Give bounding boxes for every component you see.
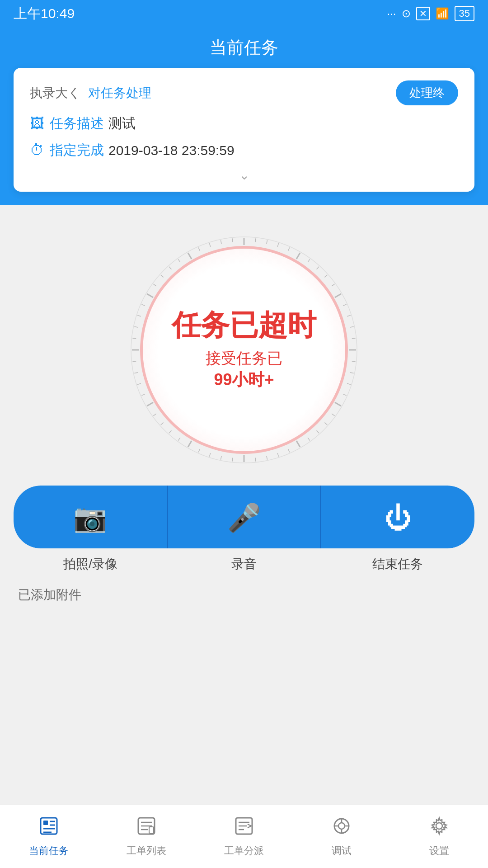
description-icon: 🖼: [30, 115, 44, 132]
nav-work-dispatch-label: 工单分派: [224, 844, 264, 858]
nav-debug-label: 调试: [332, 844, 352, 858]
svg-line-24: [308, 438, 310, 440]
clock-sub-hours: 99小时+: [214, 369, 274, 391]
svg-line-14: [352, 338, 356, 339]
gps-icon: ⊙: [402, 7, 411, 20]
battery-icon: 35: [455, 6, 474, 21]
page-header: 当前任务: [0, 27, 488, 68]
task-description-row: 🖼 任务描述 测试: [30, 114, 458, 133]
svg-line-44: [132, 361, 136, 362]
description-value: 测试: [108, 114, 136, 133]
nav-current-task-icon: [39, 816, 59, 840]
svg-line-20: [335, 402, 341, 406]
svg-line-57: [209, 243, 210, 247]
power-icon: ⏻: [385, 502, 412, 533]
deadline-label: 指定完成: [50, 141, 104, 160]
clock-outer: 任务已超时 接受任务已 99小时+: [127, 232, 361, 467]
svg-line-35: [188, 441, 192, 447]
end-task-button[interactable]: ⏻: [320, 486, 474, 548]
mic-button[interactable]: 🎤: [167, 486, 321, 548]
nav-settings-label: 设置: [429, 844, 449, 858]
nav-item-work-dispatch[interactable]: 工单分派: [195, 805, 293, 868]
sim-icon: ✕: [416, 7, 430, 20]
svg-line-50: [147, 294, 153, 297]
svg-line-11: [343, 304, 346, 306]
svg-line-56: [198, 247, 200, 250]
svg-line-32: [221, 456, 221, 460]
status-bar: 上午10:49 ··· ⊙ ✕ 📶 35: [0, 0, 488, 27]
svg-point-77: [338, 823, 345, 829]
clock-main-text: 任务已超时: [172, 309, 316, 342]
deadline-icon: ⏱: [30, 142, 44, 159]
description-label: 任务描述: [50, 114, 104, 133]
svg-line-46: [132, 338, 136, 339]
svg-line-40: [147, 402, 153, 406]
svg-line-39: [153, 414, 156, 416]
mic-label: 录音: [167, 556, 321, 573]
svg-line-52: [161, 275, 164, 277]
svg-line-21: [332, 414, 334, 416]
svg-line-33: [209, 453, 210, 457]
wifi-icon: 📶: [436, 7, 449, 20]
nav-debug-icon: [332, 816, 352, 840]
svg-line-12: [347, 315, 351, 316]
svg-line-23: [317, 430, 319, 433]
page-title: 当前任务: [210, 36, 278, 59]
svg-line-22: [324, 423, 327, 425]
task-card: 执录大く 对任务处理 处理终 🖼 任务描述 测试 ⏱ 指定完成 2019-03-…: [14, 68, 474, 192]
svg-line-29: [255, 458, 256, 462]
status-icons: ··· ⊙ ✕ 📶 35: [387, 6, 475, 21]
camera-label: 拍照/录像: [14, 556, 167, 573]
svg-line-9: [332, 284, 334, 286]
action-btn-group: 📷 🎤 ⏻: [14, 486, 474, 548]
nav-item-debug[interactable]: 调试: [293, 805, 390, 868]
svg-line-7: [317, 267, 319, 269]
svg-line-13: [350, 326, 354, 327]
svg-line-18: [347, 383, 351, 384]
task-card-top: 执录大く 对任务处理 处理终: [30, 80, 458, 105]
svg-line-8: [324, 275, 327, 277]
svg-line-49: [141, 304, 145, 306]
svg-line-59: [232, 238, 233, 242]
svg-line-16: [352, 361, 356, 362]
task-handle-button[interactable]: 处理终: [396, 80, 458, 105]
svg-rect-71: [149, 827, 154, 833]
svg-line-17: [350, 373, 354, 373]
nav-item-current-task[interactable]: 当前任务: [0, 805, 98, 868]
task-card-highlight: 对任务处理: [88, 86, 151, 100]
camera-button[interactable]: 📷: [14, 486, 167, 548]
svg-line-28: [267, 456, 267, 460]
signal-icon: ···: [387, 7, 396, 20]
svg-line-47: [134, 326, 138, 327]
svg-line-34: [198, 449, 200, 452]
nav-item-settings[interactable]: 设置: [390, 805, 488, 868]
svg-line-19: [343, 394, 346, 396]
svg-line-51: [153, 284, 156, 286]
status-time: 上午10:49: [14, 5, 75, 23]
svg-line-43: [134, 373, 138, 373]
clock-sub-text: 接受任务已: [206, 348, 282, 369]
main-content: 任务已超时 接受任务已 99小时+ 📷 🎤 ⏻ 拍照/录像 录音 结束任务 已添…: [0, 205, 488, 608]
svg-line-37: [169, 430, 171, 433]
svg-line-36: [178, 438, 180, 440]
end-task-label: 结束任务: [321, 556, 474, 573]
svg-line-55: [188, 253, 192, 259]
card-chevron[interactable]: ⌄: [30, 168, 458, 183]
action-labels: 拍照/录像 录音 结束任务: [14, 556, 474, 573]
camera-icon: 📷: [73, 502, 107, 534]
svg-line-25: [296, 441, 300, 447]
clock-container: 任务已超时 接受任务已 99小时+: [0, 205, 488, 486]
nav-work-list-icon: [136, 816, 156, 840]
task-deadline-row: ⏱ 指定完成 2019-03-18 23:59:59: [30, 141, 458, 160]
clock-circle: 任务已超时 接受任务已 99小时+: [140, 246, 348, 454]
nav-current-task-label: 当前任务: [29, 844, 69, 858]
card-area: 执录大く 对任务处理 处理终 🖼 任务描述 测试 ⏱ 指定完成 2019-03-…: [0, 68, 488, 205]
mic-icon: 🎤: [227, 502, 261, 534]
svg-line-2: [267, 240, 267, 244]
svg-line-48: [137, 315, 141, 316]
deadline-value: 2019-03-18 23:59:59: [108, 143, 235, 158]
nav-item-work-list[interactable]: 工单列表: [98, 805, 195, 868]
attachments-label: 已添加附件: [18, 588, 81, 602]
svg-line-26: [288, 449, 290, 452]
svg-line-10: [335, 294, 341, 297]
